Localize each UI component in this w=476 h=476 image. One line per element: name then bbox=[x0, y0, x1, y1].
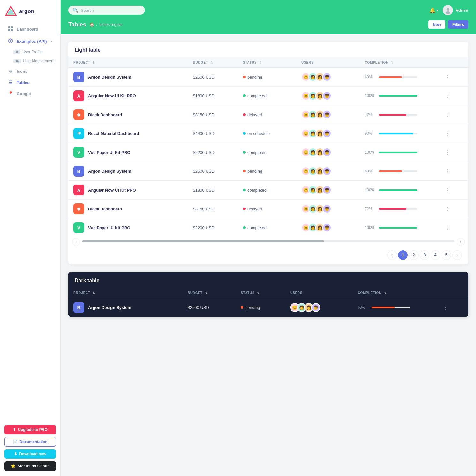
project-icon: ◆ bbox=[73, 109, 84, 120]
sidebar-item-icons[interactable]: ⚙ Icons bbox=[3, 66, 58, 77]
table-row: VVue Paper UI Kit PRO$2200 USDcompleted😊… bbox=[68, 218, 468, 237]
svg-rect-6 bbox=[11, 29, 13, 31]
download-button[interactable]: ⬇ Download now bbox=[4, 449, 56, 459]
more-button[interactable]: ⋮ bbox=[443, 92, 452, 100]
progress-bar-fill bbox=[379, 114, 406, 116]
star-button[interactable]: ⭐ Star us on Github bbox=[4, 461, 56, 471]
search-input[interactable] bbox=[81, 8, 140, 13]
status-dot bbox=[243, 132, 246, 135]
completion-cell: 72% bbox=[365, 112, 433, 117]
progress-bar-track bbox=[379, 133, 417, 134]
docs-icon: 📄 bbox=[13, 440, 18, 444]
page-next-button[interactable]: › bbox=[452, 250, 462, 260]
project-icon: A bbox=[73, 185, 84, 195]
col-budget[interactable]: BUDGET ⇅ bbox=[188, 57, 238, 68]
progress-bar-track bbox=[379, 189, 417, 191]
more-button[interactable]: ⋮ bbox=[441, 304, 450, 311]
more-button[interactable]: ⋮ bbox=[443, 111, 452, 118]
main-area: 🔍 🔔 ▾ Admin Tables 🏠 / tables-regular bbox=[61, 0, 476, 476]
more-td: ⋮ bbox=[438, 105, 468, 124]
up-prefix: UP bbox=[13, 50, 20, 54]
col-completion[interactable]: COMPLETION ⇅ bbox=[360, 57, 438, 68]
dark-table: PROJECT ⇅ BUDGET ⇅ STATUS ⇅ USERS COMPLE… bbox=[68, 288, 468, 317]
users-cell: 😊🧑👩👦 bbox=[301, 223, 355, 232]
download-label: Download now bbox=[19, 452, 46, 456]
more-td: ⋮ bbox=[438, 181, 468, 200]
users-td: 😊🧑👩👦 bbox=[296, 124, 360, 143]
completion-percent: 60% bbox=[365, 169, 376, 173]
project-icon: B bbox=[73, 302, 84, 313]
admin-button[interactable]: Admin bbox=[443, 5, 468, 15]
more-button[interactable]: ⋮ bbox=[443, 205, 452, 213]
page-5-button[interactable]: 5 bbox=[442, 250, 451, 260]
project-cell: VVue Paper UI Kit PRO bbox=[73, 222, 183, 233]
status-label: pending bbox=[247, 169, 262, 174]
star-icon: ⭐ bbox=[11, 464, 16, 468]
status-cell: pending bbox=[241, 305, 280, 310]
dark-col-status[interactable]: STATUS ⇅ bbox=[236, 288, 285, 298]
google-label: Google bbox=[17, 91, 31, 96]
upgrade-button[interactable]: ⬆ Upgrade to PRO bbox=[4, 425, 56, 434]
breadcrumb-home-icon[interactable]: 🏠 bbox=[89, 22, 94, 27]
page-3-button[interactable]: 3 bbox=[420, 250, 429, 260]
svg-rect-4 bbox=[11, 26, 13, 28]
progress-bar-fill bbox=[379, 208, 406, 210]
scroll-left-button[interactable]: ‹ bbox=[72, 238, 80, 246]
breadcrumb-bar: Tables 🏠 / tables-regular New Filters bbox=[61, 20, 476, 34]
more-button[interactable]: ⋮ bbox=[443, 168, 452, 175]
avatar: 👦 bbox=[322, 223, 331, 232]
status-cell: pending bbox=[243, 169, 291, 174]
status-dot bbox=[243, 151, 246, 154]
avatar: 👦 bbox=[322, 148, 331, 157]
search-box[interactable]: 🔍 bbox=[68, 6, 145, 15]
dark-col-completion[interactable]: COMPLETION ⇅ bbox=[352, 288, 436, 298]
tables-icon: ☰ bbox=[8, 80, 13, 85]
more-button[interactable]: ⋮ bbox=[443, 73, 452, 81]
sidebar-item-tables[interactable]: ☰ Tables bbox=[3, 77, 58, 88]
filters-button[interactable]: Filters bbox=[448, 20, 468, 29]
sidebar-logo: argon bbox=[0, 0, 60, 20]
sidebar-item-user-management[interactable]: UM User Management bbox=[0, 57, 60, 65]
page-1-button[interactable]: 1 bbox=[398, 250, 408, 260]
progress-bar-track bbox=[379, 170, 417, 172]
users-td: 😊🧑👩👦 bbox=[296, 181, 360, 200]
progress-bar-fill bbox=[379, 189, 417, 191]
more-button[interactable]: ⋮ bbox=[443, 186, 452, 194]
docs-label: Documentation bbox=[19, 440, 47, 444]
more-td: ⋮ bbox=[438, 218, 468, 237]
svg-point-10 bbox=[446, 11, 450, 14]
status-label: completed bbox=[247, 94, 267, 98]
more-button[interactable]: ⋮ bbox=[443, 130, 452, 137]
budget-cell: $3150 USD bbox=[188, 200, 238, 218]
project-cell: AAngular Now UI Kit PRO bbox=[73, 185, 183, 195]
upload-icon: ⬆ bbox=[13, 427, 16, 432]
light-table-card: Light table PROJECT ⇅ BUDGET ⇅ STATUS ⇅ … bbox=[68, 42, 468, 264]
examples-label: Examples (API) bbox=[17, 39, 47, 44]
project-cell: BArgon Design System bbox=[73, 166, 183, 177]
more-button[interactable]: ⋮ bbox=[443, 224, 452, 231]
sidebar-item-dashboard[interactable]: Dashboard bbox=[3, 23, 58, 35]
page-2-button[interactable]: 2 bbox=[409, 250, 419, 260]
page-4-button[interactable]: 4 bbox=[431, 250, 440, 260]
sidebar-item-examples[interactable]: Examples (API) ▾ bbox=[3, 35, 58, 47]
status-cell: delayed bbox=[243, 112, 291, 117]
status-cell: completed bbox=[243, 225, 291, 230]
dark-col-project[interactable]: PROJECT ⇅ bbox=[68, 288, 183, 298]
bell-button[interactable]: 🔔 ▾ bbox=[429, 7, 438, 13]
budget-cell: $2500 USD bbox=[188, 68, 238, 87]
bell-arrow: ▾ bbox=[437, 9, 438, 12]
new-button[interactable]: New bbox=[428, 20, 445, 29]
sort-icon: ⇅ bbox=[93, 61, 95, 64]
col-users: USERS bbox=[296, 57, 360, 68]
dark-col-budget[interactable]: BUDGET ⇅ bbox=[183, 288, 236, 298]
docs-button[interactable]: 📄 Documentation bbox=[4, 437, 56, 447]
sidebar-item-google[interactable]: 📍 Google bbox=[3, 88, 58, 99]
col-project[interactable]: PROJECT ⇅ bbox=[68, 57, 188, 68]
col-status[interactable]: STATUS ⇅ bbox=[238, 57, 296, 68]
scroll-right-button[interactable]: › bbox=[457, 238, 465, 246]
page-prev-button[interactable]: ‹ bbox=[387, 250, 397, 260]
progress-bar-track bbox=[379, 95, 417, 97]
more-button[interactable]: ⋮ bbox=[443, 149, 452, 156]
sidebar-item-user-profile[interactable]: UP User Profile bbox=[0, 48, 60, 57]
status-dot bbox=[243, 170, 246, 172]
